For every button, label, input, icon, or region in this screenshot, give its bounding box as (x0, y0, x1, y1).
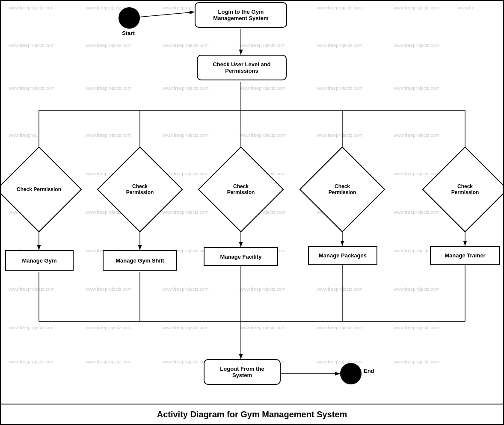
watermark: www.freeprojectz.com (394, 86, 440, 91)
watermark: www.freeprojectz.com (163, 286, 209, 292)
watermark: www.freeprojectz.com (240, 325, 286, 330)
watermark: www.freeprojectz.com (394, 210, 440, 215)
watermark: www.freeprojectz.com (9, 86, 55, 91)
watermark: www.freeprojectz.com (394, 133, 440, 138)
watermark: www.freeprojectz.com (317, 43, 363, 48)
title-bar: Activity Diagram for Gym Management Syst… (0, 404, 504, 425)
watermark: www.freeprojectz.com (163, 359, 209, 364)
watermark: www.freeprojectz.com (394, 171, 440, 176)
check-permission-5: CheckPermission (435, 159, 495, 220)
watermark: www.freeprojectz.com (394, 359, 440, 364)
check-permission-1-label: Check Permission (9, 159, 69, 220)
check-permission-3-label: CheckPermission (210, 159, 271, 220)
check-permission-1: Check Permission (9, 159, 69, 220)
watermark: www.freeprojectz.com (86, 86, 132, 91)
watermark: www.freeprojectz.com (86, 325, 132, 330)
watermark: www.freeproj... (9, 133, 40, 138)
watermark: www.freeprojectz.com (240, 86, 286, 91)
login-box: Login to the Gym Management System (195, 2, 287, 28)
watermark: www.freeprojectz.com (9, 325, 55, 330)
watermark: www.freeprojectz.com (240, 43, 286, 48)
watermark: www.freeprojectz.com (394, 43, 440, 48)
manage-gym-shift-box: Manage Gym Shift (103, 250, 177, 271)
watermark: www.freeprojectz.com (86, 359, 132, 364)
watermark: www.freeprojectz.com (86, 286, 132, 292)
check-permission-4-label: CheckPermission (312, 159, 373, 220)
watermark: www.fre... (458, 5, 478, 10)
watermark: www.freeprojectz.com (9, 359, 55, 364)
manage-packages-box: Manage Packages (308, 246, 377, 265)
diagram-container: www.freeprojectz.com www.freeprojectz.co… (0, 0, 504, 425)
watermark: www.freeprojectz.com (163, 86, 209, 91)
watermark: www.freeprojectz.com (9, 43, 55, 48)
manage-gym-box: Manage Gym (5, 250, 74, 271)
start-label: Start (116, 30, 141, 36)
watermark: www.freeprojectz.com (394, 286, 440, 292)
watermark: www.freeprojectz.com (240, 133, 286, 138)
check-permission-2: CheckPermission (110, 159, 170, 220)
watermark: www.freeprojectz.com (86, 133, 132, 138)
watermark: www.freeprojectz.com (163, 43, 209, 48)
watermark: www.freeprojectz.com (317, 359, 363, 364)
watermark: www.freeprojectz.com (394, 325, 440, 330)
check-permission-4: CheckPermission (312, 159, 373, 220)
watermark: www.freeprojectz.com (9, 286, 55, 292)
watermark: www.freeprojectz.com (240, 286, 286, 292)
watermark: www.freeprojectz.com (163, 325, 209, 330)
manage-trainer-box: Manage Trainer (430, 246, 500, 265)
logout-box: Logout From the System (204, 359, 281, 385)
watermark: www.freeprojectz.com (317, 325, 363, 330)
end-label: End (364, 368, 374, 374)
watermark: www.freeprojectz.com (317, 86, 363, 91)
start-node (119, 7, 140, 29)
watermark: www.freeprojectz.com (317, 286, 363, 292)
check-permission-3: CheckPermission (210, 159, 271, 220)
end-node (340, 363, 362, 384)
check-user-level-box: Check User Level and Permissions (197, 55, 287, 80)
watermark: www.freeprojectz.com (317, 5, 363, 10)
check-permission-5-label: CheckPermission (435, 159, 495, 220)
diagram-title: Activity Diagram for Gym Management Syst… (157, 410, 347, 419)
watermark: www.freeprojectz.com (317, 133, 363, 138)
watermark: www.freeprojectz.com (394, 5, 440, 10)
check-permission-2-label: CheckPermission (110, 159, 170, 220)
manage-facility-box: Manage Facility (204, 247, 278, 266)
watermark: www.freeprojectz.com (86, 43, 132, 48)
watermark: www.freeprojectz.com (163, 133, 209, 138)
watermark: www.freeprojectz.com (9, 5, 55, 10)
